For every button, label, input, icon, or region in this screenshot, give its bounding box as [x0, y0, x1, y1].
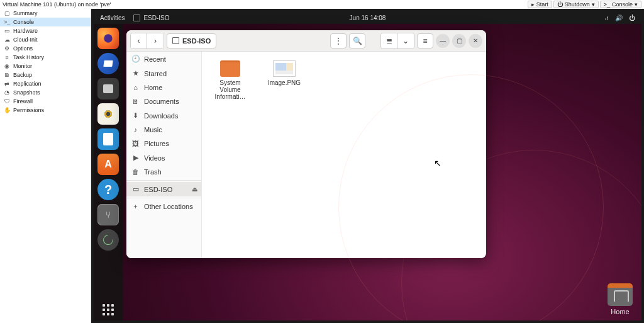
- network-icon: ⠴: [604, 14, 609, 21]
- dock: ? ⑂: [94, 24, 123, 320]
- sidebar-trash[interactable]: 🗑Trash: [126, 165, 201, 179]
- dock-trash[interactable]: [97, 229, 119, 251]
- close-button[interactable]: ✕: [469, 34, 482, 48]
- pve-side-backup[interactable]: 🗎Backup: [0, 71, 91, 79]
- view-dropdown-button[interactable]: ⌄: [397, 33, 414, 48]
- volume-icon: 🔊: [615, 14, 623, 21]
- vnc-console[interactable]: Activities ESD-ISO Jun 16 14:08 ⠴ 🔊 ⏻: [91, 9, 644, 323]
- svg-point-0: [104, 34, 112, 42]
- file-view[interactable]: System Volume Informati…Image.PNG: [202, 52, 486, 258]
- pve-side-summary[interactable]: ▢Summary: [0, 9, 91, 18]
- mouse-cursor: ↖: [434, 158, 441, 168]
- sidebar-other-locations[interactable]: +Other Locations: [126, 200, 201, 213]
- pve-side-task-history[interactable]: ≡Task History: [0, 53, 91, 62]
- dock-firefox[interactable]: [97, 28, 119, 49]
- sidebar-home[interactable]: ⌂Home: [126, 81, 201, 94]
- desktop-home-folder[interactable]: Home: [608, 283, 633, 315]
- search-button[interactable]: 🔍: [349, 33, 365, 48]
- sidebar-downloads[interactable]: ⬇Downloads: [126, 108, 201, 123]
- sidebar-documents[interactable]: 🗎Documents: [126, 94, 201, 108]
- sidebar-esd-iso[interactable]: ▭ESD-ISO⏏: [126, 182, 201, 196]
- sidebar-starred[interactable]: ★Starred: [126, 66, 201, 81]
- pve-side-replication[interactable]: ⇄Replication: [0, 79, 91, 88]
- start-button[interactable]: ▸Start: [528, 1, 552, 8]
- eject-icon[interactable]: ⏏: [192, 186, 197, 193]
- hamburger-menu-button[interactable]: ≡: [417, 33, 433, 48]
- nautilus-sidebar: 🕘Recent★Starred⌂Home🗎Documents⬇Downloads…: [126, 52, 202, 258]
- console-button[interactable]: >_Console▾: [600, 1, 641, 8]
- maximize-button[interactable]: ▢: [452, 34, 466, 48]
- disk-icon: [172, 37, 179, 44]
- dock-usb-device[interactable]: ⑂: [97, 204, 119, 225]
- sidebar-music[interactable]: ♪Music: [126, 123, 201, 137]
- pve-side-hardware[interactable]: ▭Hardware: [0, 26, 91, 35]
- topbar-app[interactable]: ESD-ISO: [133, 14, 169, 21]
- pve-sidebar: ▢Summary>_Console▭Hardware☁Cloud-Init⚙Op…: [0, 9, 91, 323]
- home-folder-icon: [608, 283, 633, 306]
- forward-button[interactable]: ›: [147, 33, 164, 48]
- gnome-topbar: Activities ESD-ISO Jun 16 14:08 ⠴ 🔊 ⏻: [94, 11, 641, 24]
- file-image-png[interactable]: Image.PNG: [265, 60, 304, 86]
- pve-header: Virtual Machine 101 (Ubuntu) on node 'pv…: [0, 0, 644, 9]
- pve-side-monitor[interactable]: ◉Monitor: [0, 62, 91, 71]
- minimize-button[interactable]: —: [436, 34, 450, 48]
- folder-icon: [220, 60, 240, 77]
- topbar-clock[interactable]: Jun 16 14:08: [350, 14, 386, 21]
- shutdown-button[interactable]: ⏻Shutdown▾: [553, 1, 599, 8]
- sidebar-videos[interactable]: ▶Videos: [126, 150, 201, 165]
- sidebar-pictures[interactable]: 🖼Pictures: [126, 137, 201, 150]
- list-view-button[interactable]: ≣: [381, 33, 397, 48]
- pve-side-firewall[interactable]: 🛡Firewall: [0, 97, 91, 106]
- nautilus-window: ‹ › ESD-ISO ⋮ 🔍 ≣ ⌄: [126, 30, 486, 258]
- pve-side-console[interactable]: >_Console: [0, 18, 91, 26]
- sidebar-recent[interactable]: 🕘Recent: [126, 52, 201, 66]
- disk-icon: [133, 14, 140, 21]
- pve-side-snapshots[interactable]: ◔Snapshots: [0, 88, 91, 97]
- dock-rhythmbox[interactable]: [97, 103, 119, 125]
- back-button[interactable]: ‹: [131, 33, 147, 48]
- dock-libreoffice[interactable]: [97, 128, 119, 150]
- topbar-status[interactable]: ⠴ 🔊 ⏻: [604, 14, 635, 21]
- file-system-volume-informati-[interactable]: System Volume Informati…: [211, 60, 250, 100]
- dock-software[interactable]: [97, 154, 119, 175]
- activities-button[interactable]: Activities: [100, 14, 125, 21]
- dock-files[interactable]: [97, 78, 119, 99]
- dock-show-apps[interactable]: [97, 299, 119, 320]
- dock-thunderbird[interactable]: [97, 53, 119, 74]
- pve-side-permissions[interactable]: ✋Permissions: [0, 106, 91, 115]
- view-options-button[interactable]: ⋮: [330, 33, 347, 48]
- nautilus-toolbar: ‹ › ESD-ISO ⋮ 🔍 ≣ ⌄: [126, 30, 486, 52]
- power-icon: ⏻: [629, 14, 635, 21]
- pve-side-cloud-init[interactable]: ☁Cloud-Init: [0, 35, 91, 44]
- image-icon: [273, 60, 296, 77]
- path-bar[interactable]: ESD-ISO: [167, 33, 216, 48]
- pve-title: Virtual Machine 101 (Ubuntu) on node 'pv…: [3, 1, 111, 8]
- dock-help[interactable]: ?: [97, 179, 119, 200]
- pve-side-options[interactable]: ⚙Options: [0, 44, 91, 53]
